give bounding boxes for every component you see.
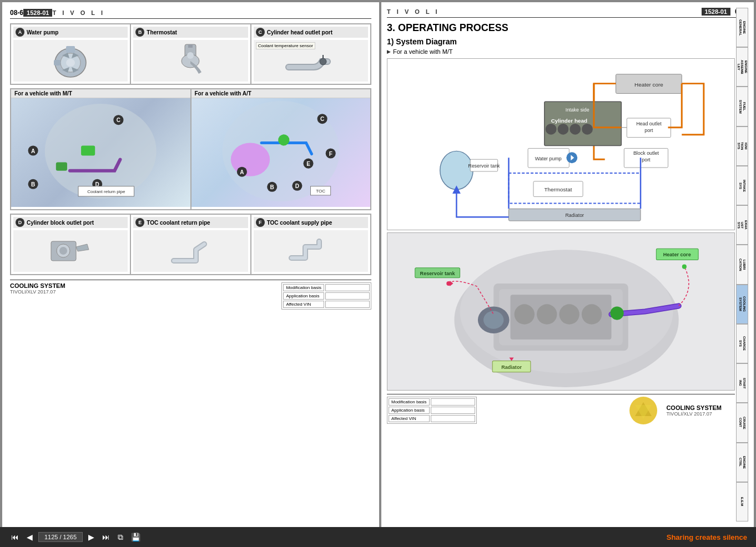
right-brand: T I V O L I: [387, 8, 440, 15]
engine-cell-at: For a vehicle with A/T A: [191, 89, 371, 210]
svg-text:Reservoir tank: Reservoir tank: [420, 271, 456, 276]
comp-cell-B: B Thermostat: [130, 24, 250, 84]
footer-vehicle: TIVOLI/XLV 2017.07: [10, 289, 65, 295]
tab-cruise-control[interactable]: CRUISECONT: [736, 403, 748, 442]
svg-point-81: [515, 304, 535, 324]
right-page-header: T I V O L I 1528-01 08-7: [387, 8, 748, 18]
engine-mt-image: A B C D Coolant return pipe: [11, 98, 190, 207]
right-footer-row-2: Application basis: [389, 407, 430, 414]
comp-label-C: C Cylinder head outlet port: [254, 27, 368, 38]
tab-charge-system[interactable]: CHARGESYS: [736, 324, 748, 363]
nav-controls: ⏮ ◀ ▶ ⏭ ⧉ 💾: [9, 531, 143, 543]
tab-engine-assembly[interactable]: ENGINEASSEMBLEY: [736, 47, 748, 87]
tab-engine-control[interactable]: ENGINECTRL: [736, 443, 748, 482]
tab-ignition-system[interactable]: IGNITIONSYS: [736, 126, 748, 166]
coolant-temp-sensor-label: Coolant temperature sensor: [256, 42, 315, 49]
svg-text:Heater core: Heater core: [634, 82, 663, 88]
svg-text:Heater core: Heater core: [663, 252, 691, 257]
footer-row-1: Modification basis: [283, 284, 324, 291]
svg-text:port: port: [644, 128, 653, 133]
save-button[interactable]: 💾: [129, 531, 143, 543]
footer-row-2: Application basis: [283, 292, 324, 300]
svg-text:Thermostat: Thermostat: [545, 186, 572, 193]
copy-button[interactable]: ⧉: [115, 531, 125, 543]
svg-point-2: [66, 59, 75, 67]
svg-rect-16: [56, 163, 67, 171]
engine-cell-mt: For a vehicle with M/T A: [11, 89, 191, 210]
svg-text:Cylinder head: Cylinder head: [551, 118, 587, 124]
right-footer-section: COOLING SYSTEM TIVOLI/XLV 2017.07: [666, 404, 722, 417]
badge-D: D: [16, 218, 24, 227]
nav-prev-button[interactable]: ◀: [24, 531, 35, 543]
tab-eem[interactable]: E.E.M: [736, 482, 748, 521]
vehicle-type: For a vehicle with M/T: [387, 48, 735, 55]
engine-views-grid: For a vehicle with M/T A: [10, 88, 371, 210]
system-diagram-svg: Heater core Intake side Cylinder head: [392, 63, 730, 225]
svg-text:port: port: [642, 157, 651, 163]
right-sidebar: ENGINEGENERAL ENGINEASSEMBLEY FUELSYSTEM…: [736, 8, 748, 521]
svg-point-83: [559, 304, 579, 324]
comp-label-F: F TOC coolant supply pipe: [254, 217, 368, 228]
svg-text:Head outlet: Head outlet: [636, 121, 662, 126]
svg-text:Radiator: Radiator: [565, 212, 584, 218]
right-footer-table: Modification basis Application basis Aff…: [387, 397, 477, 424]
left-page-header: 08-6 1528-01 T I V O L I: [10, 9, 371, 19]
comp-img-return-pipe: [133, 230, 248, 272]
right-footer: Modification basis Application basis Aff…: [387, 394, 735, 424]
page-number-input[interactable]: [38, 532, 83, 542]
svg-text:B: B: [31, 181, 35, 188]
section-title: 3. OPERATING PROCESS: [387, 22, 735, 34]
tab-exhaust-system[interactable]: EXHAUSTSYS: [736, 205, 748, 245]
tab-engine-general[interactable]: ENGINEGENERAL: [736, 8, 748, 47]
svg-point-53: [546, 124, 557, 135]
comp-label-D: D Cylinder block outlet port: [13, 217, 128, 228]
comp-img-outlet-port: Coolant temperature sensor: [254, 40, 368, 82]
right-footer-section-name: COOLING SYSTEM: [666, 404, 722, 411]
tab-starting[interactable]: STARTING: [736, 363, 748, 403]
subsection-title: 1) System Diagram: [387, 37, 735, 46]
svg-rect-4: [66, 46, 75, 53]
sharing-text: Sharing creates silence: [667, 533, 747, 541]
svg-text:C: C: [117, 117, 120, 123]
nav-next-button[interactable]: ▶: [86, 531, 97, 543]
svg-point-56: [582, 124, 593, 135]
svg-point-11: [187, 52, 194, 59]
svg-text:Intake side: Intake side: [566, 107, 589, 113]
nav-first-button[interactable]: ⏮: [9, 531, 21, 543]
right-footer-row-3: Affected VIN: [389, 415, 430, 422]
svg-point-47: [59, 247, 67, 255]
tab-fuel-system[interactable]: FUELSYSTEM: [736, 87, 748, 126]
footer-section: COOLING SYSTEM: [10, 282, 65, 289]
footer-left: COOLING SYSTEM TIVOLI/XLV 2017.07: [10, 282, 65, 295]
svg-text:Reservoir tank: Reservoir tank: [468, 163, 500, 169]
tab-intake-system[interactable]: INTAKESYS: [736, 166, 748, 205]
svg-text:D: D: [295, 183, 299, 189]
svg-point-86: [483, 311, 503, 328]
svg-point-87: [610, 306, 623, 320]
nav-last-button[interactable]: ⏭: [100, 531, 112, 543]
comp-label-B: B Thermostat: [133, 27, 248, 38]
svg-text:C: C: [320, 116, 324, 122]
svg-point-13: [320, 58, 326, 65]
svg-text:A: A: [240, 169, 244, 175]
svg-text:Coolant return pipe: Coolant return pipe: [87, 189, 125, 194]
tab-cooling-system[interactable]: COOLINGSYSTEM: [736, 285, 748, 324]
comp-img-block-outlet: [13, 230, 128, 272]
svg-point-55: [569, 124, 581, 135]
svg-point-54: [558, 124, 569, 135]
svg-point-29: [230, 143, 269, 176]
left-brand: T I V O L I: [52, 9, 105, 16]
right-content: 3. OPERATING PROCESS 1) System Diagram F…: [387, 22, 748, 521]
left-footer: COOLING SYSTEM TIVOLI/XLV 2017.07 Modifi…: [10, 280, 371, 310]
components-bottom-grid: D Cylinder block outlet port: [10, 214, 371, 275]
left-page: 08-6 1528-01 T I V O L I A Water pump: [2, 2, 379, 527]
svg-text:Block outlet: Block outlet: [633, 150, 659, 156]
footer-table: Modification basis Application basis Aff…: [281, 282, 371, 310]
right-doc-number: 1528-01: [702, 8, 730, 16]
engine-3d-svg: Radiator Reservoir tank Heater core: [387, 233, 734, 390]
comp-img-thermostat: [133, 40, 248, 82]
badge-C: C: [256, 28, 265, 37]
tab-lubrication[interactable]: LUBRICATION: [736, 245, 748, 284]
svg-text:F: F: [329, 151, 332, 157]
svg-text:Water pump: Water pump: [535, 156, 562, 161]
